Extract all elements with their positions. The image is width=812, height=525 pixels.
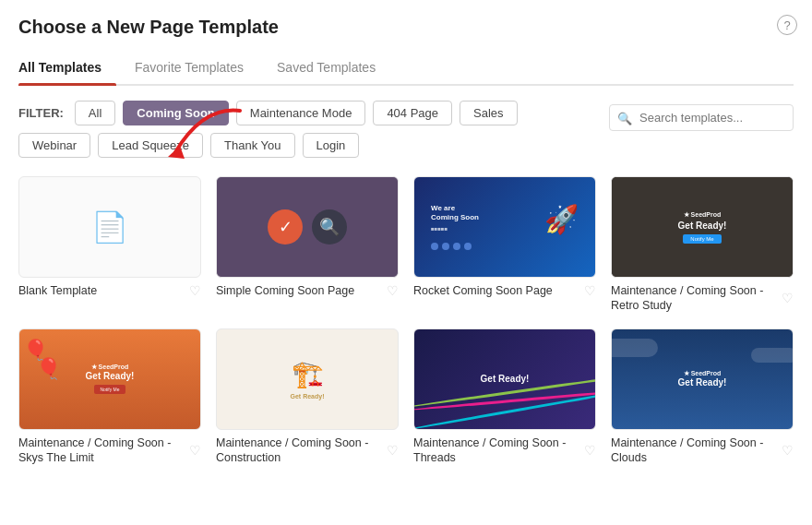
filter-label: FILTER: — [18, 106, 64, 120]
tabs-row: All Templates Favorite Templates Saved T… — [18, 53, 794, 86]
skys-seedprod: ★ SeedProd — [91, 364, 129, 371]
filter-row-2: Webinar Lead Squeeze Thank You Login — [18, 133, 609, 158]
template-name-row-clouds: Maintenance / Coming Soon - Clouds ♡ — [611, 436, 794, 466]
template-name-row-skys: Maintenance / Coming Soon - Skys The Lim… — [18, 436, 201, 466]
template-name-row-blank: Blank Template ♡ — [18, 283, 201, 298]
retro-btn: Notify Me — [683, 234, 721, 244]
favorite-icon-retro[interactable]: ♡ — [782, 291, 794, 305]
template-thumb-blank: 📄 — [18, 176, 201, 278]
template-name-construction: Maintenance / Coming Soon - Construction — [216, 436, 383, 466]
rocket-dots — [431, 243, 579, 250]
template-thumb-rocket: We areComing Soon ■■■■■ 🚀 — [413, 176, 596, 278]
template-card-rocket[interactable]: We areComing Soon ■■■■■ 🚀 Rocket Coming … — [413, 176, 596, 314]
skys-getready: Get Ready! — [86, 371, 135, 381]
tab-all-templates[interactable]: All Templates — [18, 53, 116, 84]
favorite-icon-skys[interactable]: ♡ — [189, 443, 201, 458]
tab-saved-templates[interactable]: Saved Templates — [277, 53, 390, 84]
favorite-icon-blank[interactable]: ♡ — [189, 283, 201, 298]
balloon-icon-2: 🎈 — [36, 357, 61, 381]
template-name-row-construction: Maintenance / Coming Soon - Construction… — [216, 436, 399, 466]
template-thumb-skys: 🎈 🎈 ★ SeedProd Get Ready! Notify Me — [18, 328, 201, 430]
retro-getready: Get Ready! — [678, 221, 727, 231]
template-name-threads: Maintenance / Coming Soon - Threads — [413, 436, 580, 466]
filter-btn-coming-soon[interactable]: Coming Soon — [123, 101, 229, 125]
filter-btn-all[interactable]: All — [75, 101, 115, 125]
template-name-clouds: Maintenance / Coming Soon - Clouds — [611, 436, 778, 466]
cloud-2 — [751, 348, 794, 363]
filter-btn-login[interactable]: Login — [303, 133, 360, 158]
page-title: Choose a New Page Template — [18, 17, 794, 38]
filter-btn-thank-you[interactable]: Thank You — [210, 133, 294, 158]
construction-emoji: 🏗️ — [292, 359, 324, 389]
template-name-simple-cs: Simple Coming Soon Page — [216, 283, 354, 298]
template-name-row-threads: Maintenance / Coming Soon - Threads ♡ — [413, 436, 596, 466]
template-name-row-retro: Maintenance / Coming Soon - Retro Study … — [611, 283, 794, 314]
filter-btn-sales[interactable]: Sales — [460, 101, 518, 125]
template-card-blank[interactable]: 📄 Blank Template ♡ — [18, 176, 201, 314]
template-name-skys: Maintenance / Coming Soon - Skys The Lim… — [18, 436, 185, 466]
template-name-row-simple-cs: Simple Coming Soon Page ♡ — [216, 283, 399, 298]
help-icon[interactable]: ? — [777, 15, 797, 35]
template-name-rocket: Rocket Coming Soon Page — [413, 283, 553, 298]
search-input[interactable] — [609, 104, 794, 131]
filter-row-1: FILTER: All Coming Soon Maintenance Mode… — [18, 101, 609, 125]
templates-grid: 📄 Blank Template ♡ ✓ 🔍 Simple Coming Soo… — [18, 176, 794, 465]
check-circle: ✓ — [268, 209, 303, 245]
template-name-blank: Blank Template — [18, 283, 97, 298]
template-card-simple-cs[interactable]: ✓ 🔍 Simple Coming Soon Page ♡ — [216, 176, 399, 314]
template-card-clouds[interactable]: ★ SeedProd Get Ready! Maintenance / Comi… — [611, 328, 794, 466]
favorite-icon-construction[interactable]: ♡ — [387, 443, 399, 458]
rocket-emoji: 🚀 — [544, 203, 579, 235]
favorite-icon-threads[interactable]: ♡ — [584, 443, 596, 458]
clouds-seedprod: ★ SeedProd — [684, 370, 722, 377]
template-name-row-rocket: Rocket Coming Soon Page ♡ — [413, 283, 596, 298]
template-name-retro: Maintenance / Coming Soon - Retro Study — [611, 283, 778, 314]
filter-btn-maintenance[interactable]: Maintenance Mode — [236, 101, 366, 125]
template-card-construction[interactable]: 🏗️ Get Ready! Maintenance / Coming Soon … — [216, 328, 399, 466]
blank-doc-icon: 📄 — [91, 209, 128, 245]
template-thumb-clouds: ★ SeedProd Get Ready! — [611, 328, 794, 430]
threads-getready: Get Ready! — [481, 374, 530, 384]
clouds-getready: Get Ready! — [678, 377, 727, 388]
template-thumb-construction: 🏗️ Get Ready! — [216, 328, 399, 430]
skys-btn: Notify Me — [94, 385, 125, 394]
template-thumb-retro: ★ SeedProd Get Ready! Notify Me — [611, 176, 794, 278]
template-thumb-simple-cs: ✓ 🔍 — [216, 176, 399, 278]
construction-text: Get Ready! — [291, 393, 325, 400]
filter-btn-webinar[interactable]: Webinar — [18, 133, 90, 158]
favorite-icon-clouds[interactable]: ♡ — [782, 443, 794, 458]
tab-favorite-templates[interactable]: Favorite Templates — [135, 53, 258, 84]
template-card-skys[interactable]: 🎈 🎈 ★ SeedProd Get Ready! Notify Me Main… — [18, 328, 201, 466]
filter-btn-404[interactable]: 404 Page — [373, 101, 452, 125]
favorite-icon-rocket[interactable]: ♡ — [584, 283, 596, 298]
cloud-1 — [611, 339, 658, 357]
search-circle: 🔍 — [312, 209, 347, 245]
filter-btn-lead-squeeze[interactable]: Lead Squeeze — [98, 133, 203, 158]
template-card-retro[interactable]: ★ SeedProd Get Ready! Notify Me Maintena… — [611, 176, 794, 314]
favorite-icon-simple-cs[interactable]: ♡ — [387, 283, 399, 298]
template-thumb-threads: Get Ready! — [413, 328, 596, 430]
retro-seedprod: ★ SeedProd — [684, 211, 722, 219]
selected-overlay: ✓ 🔍 — [217, 177, 398, 277]
search-wrap: 🔍 — [609, 104, 794, 131]
template-card-threads[interactable]: Get Ready! Maintenance / Coming Soon - T… — [413, 328, 596, 466]
